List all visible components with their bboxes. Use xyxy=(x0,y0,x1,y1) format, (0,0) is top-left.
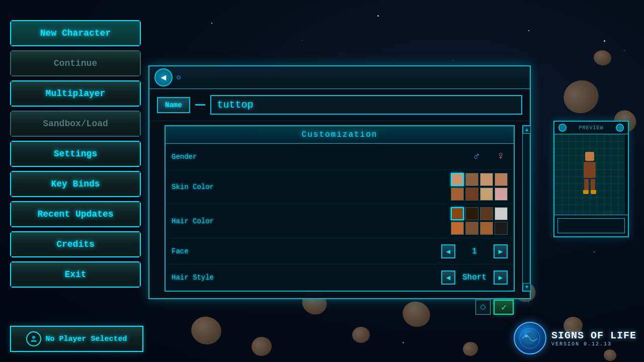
exit-button[interactable]: Exit xyxy=(10,261,141,288)
char-boot-right xyxy=(591,190,596,194)
skin-color-content xyxy=(232,173,508,201)
hair-swatch-3[interactable] xyxy=(495,207,508,220)
skin-color-row: Skin Color xyxy=(166,170,514,204)
customization-panel: Customization Gender ♂ ♀ Sk xyxy=(165,125,515,292)
hair-swatch-1[interactable] xyxy=(465,207,478,220)
panel-wrapper: Customization Gender ♂ ♀ Sk xyxy=(157,125,522,292)
skin-color-grid xyxy=(451,173,508,201)
player-icon xyxy=(26,331,41,346)
logo-text-area: Signs of Life VERSION 0.12.13 xyxy=(551,330,636,347)
new-character-button[interactable]: New Character xyxy=(10,20,141,46)
no-player-button[interactable]: No Player Selected xyxy=(10,326,143,352)
multiplayer-button[interactable]: Multiplayer xyxy=(10,80,141,107)
preview-circle-right xyxy=(616,124,624,132)
face-content: ◄ 1 ► xyxy=(232,244,508,258)
back-button[interactable]: ◄ xyxy=(154,68,173,86)
no-player-label: No Player Selected xyxy=(45,335,127,343)
skin-swatch-2[interactable] xyxy=(480,173,493,186)
gender-row: Gender ♂ ♀ xyxy=(166,144,514,170)
character-dialog: ◄ Name Customization Gender ♂ xyxy=(148,65,531,299)
name-input[interactable] xyxy=(210,95,522,115)
hair-style-content: ◄ Short ► xyxy=(232,270,508,285)
gender-label: Gender xyxy=(172,153,232,161)
confirm-button[interactable]: ✓ xyxy=(494,300,514,315)
preview-label: PREVIEW xyxy=(579,125,603,131)
logo-circle xyxy=(514,322,546,354)
hair-style-next-button[interactable]: ► xyxy=(494,270,508,285)
recent-updates-button[interactable]: Recent Updates xyxy=(10,201,141,227)
char-leg-left xyxy=(584,179,589,190)
hair-style-value: Short xyxy=(459,273,490,282)
face-value: 1 xyxy=(459,247,490,256)
hair-style-row: Hair Style ◄ Short ► xyxy=(166,264,514,291)
scroll-up-button[interactable]: ▲ xyxy=(523,126,531,134)
sidebar: New Character Continue Multiplayer Sandb… xyxy=(10,20,143,288)
hair-style-arrow-control: ◄ Short ► xyxy=(232,270,508,285)
skin-swatch-6[interactable] xyxy=(480,188,493,201)
gender-content: ♂ ♀ xyxy=(232,150,508,164)
panel-scrollbar: ▲ ▼ xyxy=(522,125,530,292)
male-gender-icon[interactable]: ♂ xyxy=(469,150,484,164)
face-arrow-control: ◄ 1 ► xyxy=(232,244,508,258)
skin-swatch-1[interactable] xyxy=(465,173,478,186)
char-body xyxy=(584,162,596,178)
char-boot-left xyxy=(583,190,589,194)
preview-grid xyxy=(554,134,625,215)
face-prev-button[interactable]: ◄ xyxy=(441,244,455,258)
face-next-button[interactable]: ► xyxy=(494,244,508,258)
skin-swatch-4[interactable] xyxy=(451,188,464,201)
hair-color-content xyxy=(232,207,508,235)
skin-swatch-3[interactable] xyxy=(495,173,508,186)
female-gender-icon[interactable]: ♀ xyxy=(494,150,508,164)
skin-swatch-0[interactable] xyxy=(451,173,464,186)
key-binds-button[interactable]: Key Binds xyxy=(10,171,141,197)
gender-icons: ♂ ♀ xyxy=(469,150,508,164)
continue-button[interactable]: Continue xyxy=(10,50,141,76)
sandbox-load-button[interactable]: Sandbox/Load xyxy=(10,111,141,137)
panel-title: Customization xyxy=(166,126,514,144)
char-boots xyxy=(580,190,600,194)
logo-version: VERSION 0.12.13 xyxy=(551,341,636,347)
skin-color-label: Skin Color xyxy=(172,183,232,191)
hair-color-row: Hair Color xyxy=(166,204,514,238)
preview-bottom xyxy=(554,215,628,236)
dialog-topbar: ◄ xyxy=(149,66,530,89)
dot-decoration xyxy=(177,75,181,79)
logo-area: Signs of Life VERSION 0.12.13 xyxy=(514,322,636,354)
char-head xyxy=(585,152,594,161)
logo-title: Signs of Life xyxy=(551,330,636,341)
hair-style-label: Hair Style xyxy=(172,274,232,282)
face-row: Face ◄ 1 ► xyxy=(166,238,514,264)
svg-point-0 xyxy=(32,336,35,339)
dialog-control-dot xyxy=(475,300,491,315)
name-section: Name xyxy=(149,89,530,121)
hair-swatch-0[interactable] xyxy=(451,207,464,220)
confirm-area: ✓ xyxy=(149,296,530,319)
settings-button[interactable]: Settings xyxy=(10,141,141,167)
skin-swatch-5[interactable] xyxy=(465,188,478,201)
scroll-down-button[interactable]: ▼ xyxy=(523,283,531,291)
face-label: Face xyxy=(172,247,232,255)
character-sprite xyxy=(580,152,600,197)
preview-circle-left xyxy=(558,124,567,132)
hair-color-label: Hair Color xyxy=(172,217,232,225)
char-legs xyxy=(580,179,600,190)
hair-swatch-5[interactable] xyxy=(465,222,478,235)
skin-swatch-7[interactable] xyxy=(495,188,508,201)
preview-box: PREVIEW xyxy=(553,121,629,237)
preview-header: PREVIEW xyxy=(554,122,628,134)
preview-panel: PREVIEW xyxy=(553,121,629,237)
hair-swatch-4[interactable] xyxy=(451,222,464,235)
name-connector xyxy=(195,104,205,106)
hair-color-grid xyxy=(451,207,508,235)
credits-button[interactable]: Credits xyxy=(10,231,141,257)
hair-swatch-2[interactable] xyxy=(480,207,493,220)
name-label-button[interactable]: Name xyxy=(157,97,190,113)
char-leg-right xyxy=(591,179,595,190)
hair-swatch-6[interactable] xyxy=(480,222,493,235)
hair-style-prev-button[interactable]: ◄ xyxy=(441,270,455,285)
svg-point-3 xyxy=(525,334,528,337)
hair-swatch-7[interactable] xyxy=(495,222,508,235)
